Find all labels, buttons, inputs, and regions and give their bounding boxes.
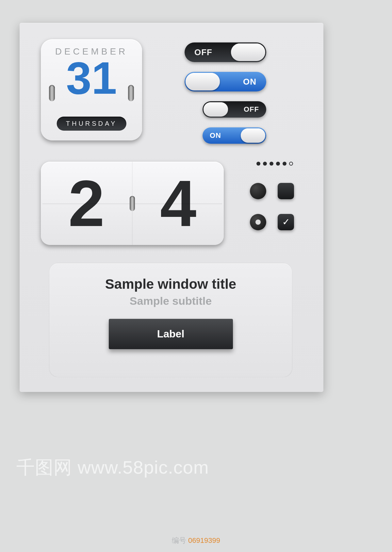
pager-dot[interactable]: [283, 162, 286, 166]
toggle-large-on[interactable]: ON: [185, 72, 266, 91]
counter-digit-1: 2: [41, 162, 132, 245]
sample-window: Sample window title Sample subtitle Labe…: [49, 263, 292, 377]
pager-dot[interactable]: [276, 162, 280, 166]
counter-digit-2: 4: [132, 162, 224, 245]
pager-dot[interactable]: [263, 162, 267, 166]
asset-id-footer: 编号 06919399: [172, 536, 220, 545]
toggle-label: OFF: [194, 47, 212, 57]
toggle-knob: [231, 43, 265, 61]
toggle-small-off[interactable]: OFF: [203, 101, 266, 118]
calendar-day: 31: [41, 55, 142, 101]
calendar-weekday: THURSDAY: [57, 117, 126, 131]
asset-label: 编号: [172, 536, 186, 545]
pager-dot[interactable]: [256, 162, 260, 166]
label-button[interactable]: Label: [109, 319, 233, 349]
window-title: Sample window title: [49, 276, 292, 292]
toggle-small-on[interactable]: ON: [203, 127, 266, 144]
ui-kit-panel: DECEMBER 31 THURSDAY OFF ON OFF ON 2 4: [20, 23, 323, 392]
toggle-knob: [186, 73, 220, 90]
radio-filled-icon[interactable]: [250, 183, 266, 199]
radio-selected-icon[interactable]: [250, 214, 266, 230]
toggle-knob: [241, 128, 265, 143]
checkbox-empty-icon[interactable]: [278, 183, 294, 199]
spiral-icon: [49, 85, 55, 101]
window-subtitle: Sample subtitle: [49, 295, 292, 307]
toggle-label: ON: [210, 131, 221, 140]
watermark-text: 千图网 www.58pic.com: [16, 455, 209, 480]
toggle-large-off[interactable]: OFF: [185, 42, 266, 62]
toggle-knob: [204, 102, 228, 117]
spiral-icon: [130, 196, 135, 211]
flip-counter[interactable]: 2 4: [41, 162, 224, 245]
pagination-dots[interactable]: [256, 162, 293, 166]
pager-dot-active[interactable]: [289, 162, 293, 166]
pager-dot[interactable]: [270, 162, 273, 166]
toggle-label: ON: [243, 77, 256, 87]
spiral-icon: [128, 85, 134, 101]
checkbox-checked-icon[interactable]: ✓: [278, 214, 294, 230]
asset-code: 06919399: [188, 536, 220, 545]
toggle-label: OFF: [244, 105, 259, 114]
calendar-card[interactable]: DECEMBER 31 THURSDAY: [41, 39, 142, 140]
